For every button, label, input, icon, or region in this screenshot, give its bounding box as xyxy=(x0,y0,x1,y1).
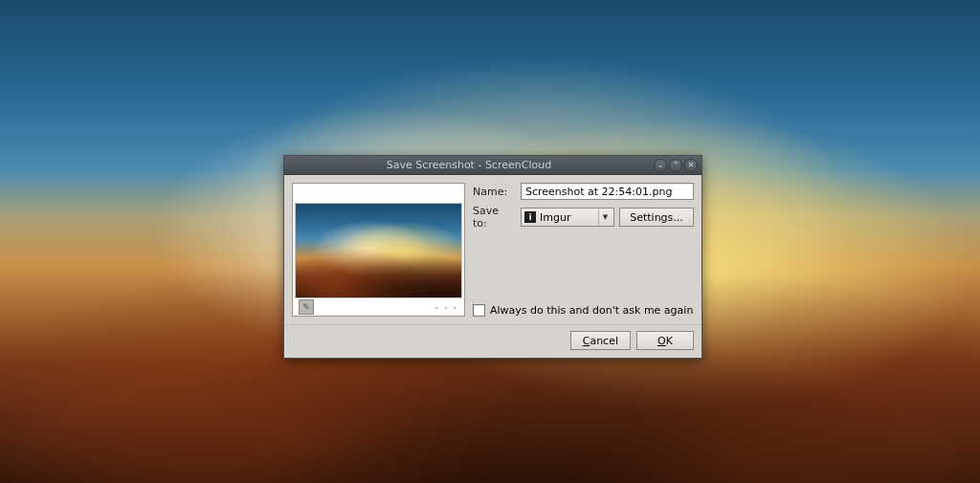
dialog-body: ✎ • • • Name: Save to: i Imgur ▼ Setti xyxy=(284,175,702,324)
name-row: Name: xyxy=(473,183,694,200)
minimize-button[interactable]: ⌄ xyxy=(654,159,667,172)
maximize-icon: ⌃ xyxy=(673,161,679,169)
name-input[interactable] xyxy=(521,183,694,200)
preview-pagination-dots: • • • xyxy=(435,304,458,311)
always-do-this-checkbox[interactable] xyxy=(473,304,485,317)
chevron-down-icon: ▼ xyxy=(598,209,612,226)
always-do-this-row: Always do this and don't ask me again xyxy=(473,296,694,317)
save-screenshot-dialog: Save Screenshot - ScreenCloud ⌄ ⌃ ✕ ✎ • … xyxy=(283,155,702,359)
saveto-label: Save to: xyxy=(473,205,516,230)
screenshot-preview-pane: ✎ • • • xyxy=(292,183,465,317)
preview-toolbar: ✎ • • • xyxy=(295,300,462,314)
screenshot-thumbnail[interactable] xyxy=(295,203,462,298)
name-label: Name: xyxy=(473,186,516,198)
desktop-wallpaper: Save Screenshot - ScreenCloud ⌄ ⌃ ✕ ✎ • … xyxy=(0,0,980,483)
saveto-row: Save to: i Imgur ▼ Settings... xyxy=(473,205,694,230)
titlebar-controls: ⌄ ⌃ ✕ xyxy=(654,159,698,172)
always-do-this-label: Always do this and don't ask me again xyxy=(490,304,693,317)
ok-button[interactable]: OK xyxy=(636,331,694,350)
titlebar[interactable]: Save Screenshot - ScreenCloud ⌄ ⌃ ✕ xyxy=(284,156,702,175)
imgur-icon: i xyxy=(524,211,536,223)
close-button[interactable]: ✕ xyxy=(684,159,698,172)
titlebar-title: Save Screenshot - ScreenCloud xyxy=(284,159,654,171)
cancel-button[interactable]: Cancel xyxy=(570,331,631,350)
saveto-dropdown[interactable]: i Imgur ▼ xyxy=(521,208,614,227)
form-pane: Name: Save to: i Imgur ▼ Settings... Alw… xyxy=(473,183,694,317)
minimize-icon: ⌄ xyxy=(657,161,664,169)
maximize-button[interactable]: ⌃ xyxy=(669,159,682,172)
dialog-footer: Cancel OK xyxy=(284,324,702,358)
close-icon: ✕ xyxy=(688,161,695,169)
saveto-value: Imgur xyxy=(540,211,594,224)
settings-button[interactable]: Settings... xyxy=(619,208,694,227)
edit-icon[interactable]: ✎ xyxy=(299,299,314,315)
